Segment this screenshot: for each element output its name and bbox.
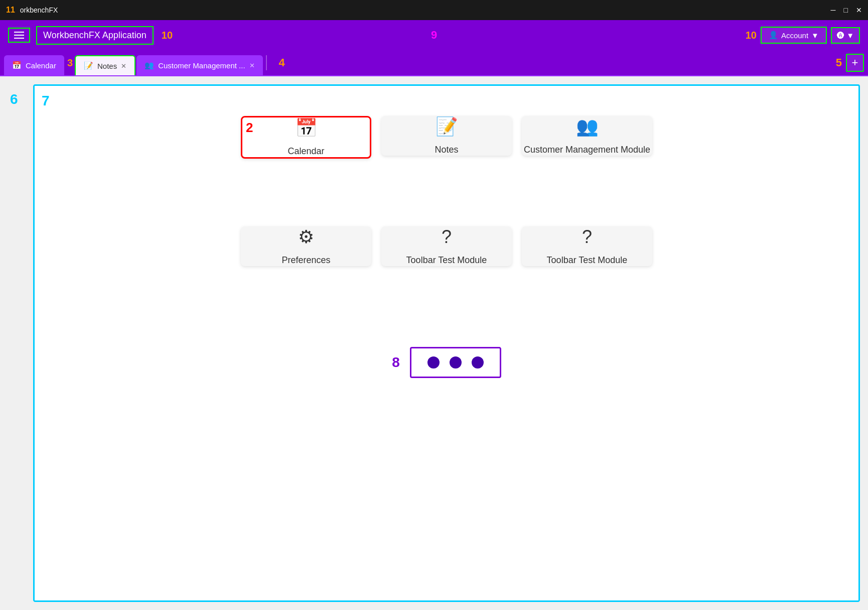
notes-tab-label: Notes	[97, 62, 117, 70]
pagination-dot-1[interactable]	[427, 356, 440, 369]
toolbar-number-9: 9	[431, 29, 437, 42]
tab-customer-management[interactable]: 👥 Customer Management ... ✕	[136, 55, 262, 75]
preferences-card-label: Preferences	[281, 255, 330, 266]
tab-notes[interactable]: 📝 Notes ✕	[75, 55, 135, 75]
app-title-box: WorkbenchFX Application	[36, 26, 154, 45]
notes-card-icon: 📝	[436, 116, 458, 137]
outer-container: 7 2 📅 Calendar 📝 Notes 👥	[33, 84, 860, 602]
tab-calendar[interactable]: 📅 Calendar	[4, 55, 64, 75]
main-number-6: 6	[10, 91, 18, 107]
main-number-7: 7	[42, 93, 50, 109]
language-button[interactable]: 🅐 ▼	[831, 27, 860, 44]
add-tab-button[interactable]: +	[846, 54, 864, 72]
module-card-calendar[interactable]: 2 📅 Calendar	[241, 116, 371, 159]
module-card-toolbar-test-2[interactable]: ? Toolbar Test Module	[522, 226, 652, 266]
toolbar-test-1-card-wrapper: ? Toolbar Test Module	[381, 226, 512, 327]
title-bar-controls: ─ □ ✕	[831, 6, 862, 14]
title-bar: 11 orkbenchFX ─ □ ✕	[0, 0, 868, 20]
module-card-preferences[interactable]: ⚙ Preferences	[241, 226, 371, 266]
hamburger-line	[14, 38, 24, 39]
tab-bar: 📅 Calendar 3 📝 Notes ✕ 👥 Customer Manage…	[0, 50, 868, 76]
main-content: 6 7 2 📅 Calendar 📝 Notes	[0, 76, 868, 610]
module-card-customer-management[interactable]: 👥 Customer Management Module	[522, 116, 652, 156]
account-label: Account	[781, 31, 808, 40]
module-card-toolbar-test-1[interactable]: ? Toolbar Test Module	[381, 226, 512, 266]
minimize-button[interactable]: ─	[831, 6, 836, 14]
customer-card-wrapper: 👥 Customer Management Module	[522, 116, 652, 216]
app-toolbar: WorkbenchFX Application 10 9 10 👤 Accoun…	[0, 20, 868, 50]
account-button[interactable]: 👤 Account ▼	[761, 27, 827, 44]
tab-number-5: 5	[836, 56, 842, 69]
tab-number-3: 3	[67, 57, 73, 69]
toolbar-test-1-card-label: Toolbar Test Module	[406, 255, 487, 266]
maximize-button[interactable]: □	[844, 6, 848, 14]
tab-separator	[266, 55, 267, 70]
lang-dropdown-icon: ▼	[846, 31, 854, 40]
hamburger-line	[14, 32, 24, 33]
pagination-dot-3[interactable]	[472, 356, 484, 369]
language-icon: 🅐	[837, 31, 844, 40]
notes-card-wrapper: 📝 Notes	[381, 116, 512, 216]
toolbar-test-2-card-wrapper: ? Toolbar Test Module	[522, 226, 652, 327]
toolbar-test-2-card-icon: ?	[582, 226, 592, 248]
tab-number-4: 4	[279, 56, 836, 69]
calendar-card-wrapper: 2 📅 Calendar	[241, 116, 371, 216]
customer-tab-icon: 👥	[144, 61, 154, 70]
account-dropdown-icon: ▼	[811, 31, 819, 40]
calendar-tab-label: Calendar	[26, 61, 56, 70]
hamburger-button[interactable]	[8, 28, 30, 43]
card-number-2: 2	[246, 120, 253, 136]
title-bar-number: 11	[6, 6, 15, 15]
pagination-dots-container	[410, 347, 501, 378]
toolbar-test-1-card-icon: ?	[442, 226, 452, 248]
toolbar-right: 10 👤 Account ▼ 🅐 ▼	[746, 27, 860, 44]
title-bar-app-name: orkbenchFX	[20, 6, 58, 14]
customer-card-label: Customer Management Module	[524, 144, 650, 156]
preferences-card-wrapper: ⚙ Preferences	[241, 226, 371, 327]
toolbar-test-2-card-label: Toolbar Test Module	[547, 255, 628, 266]
hamburger-icon	[14, 32, 24, 39]
calendar-card-label: Calendar	[287, 146, 324, 157]
notes-card-label: Notes	[435, 144, 458, 156]
close-button[interactable]: ✕	[856, 6, 862, 14]
pagination-area: 8	[392, 347, 501, 378]
customer-card-icon: 👥	[576, 116, 599, 137]
pagination-number-8: 8	[392, 354, 400, 371]
calendar-tab-icon: 📅	[12, 61, 22, 70]
toolbar-number-10-right: 10	[746, 30, 757, 41]
customer-tab-close[interactable]: ✕	[249, 62, 255, 69]
app-title-text: WorkbenchFX Application	[43, 30, 147, 40]
notes-tab-icon: 📝	[84, 61, 93, 70]
pagination-dot-2[interactable]	[450, 356, 462, 369]
toolbar-number-10-left: 10	[162, 30, 173, 41]
module-card-notes[interactable]: 📝 Notes	[381, 116, 512, 156]
account-icon: 👤	[769, 31, 778, 40]
calendar-card-icon: 📅	[295, 117, 318, 139]
module-grid: 2 📅 Calendar 📝 Notes 👥 Customer Manageme…	[241, 116, 652, 327]
hamburger-line	[14, 35, 24, 36]
notes-tab-close[interactable]: ✕	[121, 62, 126, 70]
customer-tab-label: Customer Management ...	[158, 61, 245, 70]
preferences-card-icon: ⚙	[298, 226, 314, 248]
